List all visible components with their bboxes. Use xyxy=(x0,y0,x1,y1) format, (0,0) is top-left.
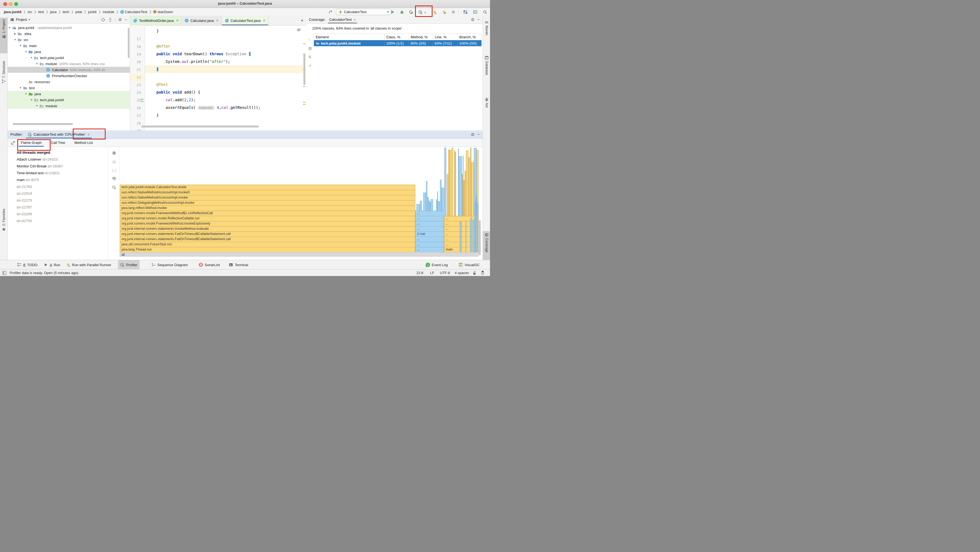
collapse-arrow-icon[interactable]: ▼ xyxy=(35,105,38,107)
flame-spike[interactable] xyxy=(444,148,446,216)
coverage-column-header[interactable]: Element xyxy=(314,34,385,40)
coverage-column-header[interactable]: Method, % xyxy=(409,34,433,40)
tree-item--idea[interactable]: ▶.idea xyxy=(8,31,130,37)
project-structure-button-icon[interactable] xyxy=(463,10,468,14)
breadcrumb-item[interactable]: pdai xyxy=(75,10,83,14)
flame-frame[interactable]: org.junit.runners.model.FrameworkMethod.… xyxy=(120,221,415,226)
flame-frame[interactable]: java.util.concurrent.FutureTask.run xyxy=(120,242,415,247)
highlighting-level-eye-icon[interactable] xyxy=(297,28,301,32)
flame-frame-blue[interactable]: ... xyxy=(415,247,444,253)
flame-spike[interactable] xyxy=(423,192,426,211)
chevron-down-icon[interactable]: ▼ xyxy=(28,18,30,21)
flame-frame-blue[interactable]: ... xyxy=(415,221,444,226)
tree-item-java-junit4[interactable]: ▼java-junit4~/pdai/www/java-junit4 xyxy=(8,25,130,31)
rerun-failed-tests-button-icon[interactable] xyxy=(442,10,447,14)
flame-spike[interactable] xyxy=(471,162,474,216)
breadcrumb-item[interactable]: src xyxy=(27,10,33,14)
indent-widget[interactable]: 4 spaces xyxy=(455,269,469,276)
stripe-tab----favorites[interactable]: 2: Favorites xyxy=(0,207,7,243)
flame-spike[interactable] xyxy=(438,201,440,211)
caret-position-widget[interactable]: 22:6 xyxy=(417,269,423,276)
profiler-session-tab[interactable]: CalculatorTest with 'CPU Profiler' ✕ xyxy=(28,130,90,138)
profiler-tab-flame-graph[interactable]: Flame Graph xyxy=(21,139,41,146)
flame-spike[interactable] xyxy=(466,150,468,216)
breadcrumb-item[interactable]: java xyxy=(49,10,57,14)
stripe-tab-database[interactable]: Database xyxy=(483,54,490,89)
profiler-tab-call-tree[interactable]: Call Tree xyxy=(51,139,65,146)
flame-spike[interactable] xyxy=(417,204,420,211)
collapse-arrow-icon[interactable]: ▼ xyxy=(14,38,16,41)
tree-item-resources[interactable]: resources xyxy=(8,79,130,85)
close-icon[interactable]: ✕ xyxy=(216,19,219,22)
code-line-18[interactable] xyxy=(145,35,303,42)
thread-item[interactable]: Monitor Ctrl-Break id=16387 xyxy=(17,163,63,170)
thread-item[interactable]: Time-limited test id=23811 xyxy=(17,170,60,177)
collapse-arrow-icon[interactable]: ▼ xyxy=(19,86,22,89)
flame-frame[interactable]: org.junit.internal.runners.model.Reflect… xyxy=(120,216,415,221)
tree-item-main[interactable]: ▼main xyxy=(8,43,130,49)
flame-frame-blue[interactable]: ... xyxy=(415,216,444,221)
flame-spike[interactable] xyxy=(476,196,476,252)
toolwindow-button-6--todo[interactable]: 6: TODO xyxy=(15,260,40,269)
toolwindow-quick-access-icon[interactable] xyxy=(2,269,6,276)
flame-spike[interactable] xyxy=(420,201,422,211)
breadcrumb-item[interactable]: test xyxy=(38,10,45,14)
toolwindow-button-sonarlint[interactable]: SonarLint xyxy=(196,260,222,269)
run-configuration-select[interactable]: CalculatorTest▼ xyxy=(336,9,391,15)
flame-frame-blue[interactable]: J::run xyxy=(415,231,444,237)
flame-frame[interactable]: org.junit.internal.runners.statements.Fa… xyxy=(120,231,415,237)
tree-item-java[interactable]: ▼java xyxy=(8,49,130,55)
gear-icon[interactable]: ⚙ xyxy=(471,132,474,137)
gear-icon[interactable]: ⚙ xyxy=(471,17,474,22)
toolwindow-button-profiler[interactable]: Profiler xyxy=(118,260,140,269)
collapse-arrow-icon[interactable]: ▼ xyxy=(25,50,27,53)
search-everywhere-button-icon[interactable] xyxy=(483,10,488,14)
flame-frame-blue[interactable]: ... xyxy=(415,226,444,232)
run-window-button-icon[interactable] xyxy=(473,10,478,14)
stop-button-icon[interactable] xyxy=(451,10,456,14)
flame-spike[interactable] xyxy=(450,150,452,216)
code-line-21[interactable]: System.out.println("after"); xyxy=(145,58,303,65)
tree-item-module[interactable]: ▼module xyxy=(8,103,130,109)
tree-item-tech-pdai-junit4[interactable]: ▼tech.pdai.junit4 xyxy=(8,55,130,61)
navigate-with-coverage-icon[interactable]: ⇅ xyxy=(308,55,311,59)
flame-spike[interactable] xyxy=(475,201,476,252)
generate-report-icon[interactable]: ↗ xyxy=(308,64,311,68)
flame-spike[interactable] xyxy=(477,203,478,252)
thread-item[interactable]: id=22787 xyxy=(17,204,32,211)
editor-tab-testmethodorder-java[interactable]: CTestMethodOrder.java✕ xyxy=(130,16,182,25)
open-in-new-window-icon[interactable] xyxy=(11,141,15,145)
close-icon[interactable]: ✕ xyxy=(262,19,266,22)
flame-spike[interactable] xyxy=(473,220,473,252)
flame-frame-blue[interactable]: ... xyxy=(415,242,444,247)
breadcrumb-item[interactable]: tech xyxy=(62,10,70,14)
editor-horizontal-scrollbar[interactable] xyxy=(141,126,259,127)
flame-frame[interactable]: java.lang.Thread.run xyxy=(120,247,415,253)
back-arrow-icon[interactable] xyxy=(328,10,333,14)
up-level-icon[interactable]: ↑ xyxy=(308,38,310,41)
flame-frame-all[interactable]: all xyxy=(120,252,479,256)
coverage-column-header[interactable]: Class, % xyxy=(385,34,409,40)
line-separator-widget[interactable]: LF xyxy=(430,269,434,276)
close-icon[interactable]: ✕ xyxy=(176,19,179,22)
coverage-column-header[interactable]: Line, % xyxy=(433,34,458,40)
code-line-20[interactable]: public void tearDown() throws Exception … xyxy=(145,50,303,58)
flame-spike[interactable] xyxy=(460,221,461,252)
flame-frame[interactable]: sun.reflect.NativeMethodAccessorImpl.inv… xyxy=(120,195,415,200)
code-line-24[interactable]: @Test xyxy=(145,81,303,88)
stripe-tab----project[interactable]: 1: Project xyxy=(0,18,7,53)
tree-item-test[interactable]: ▼test xyxy=(8,85,130,91)
rerun-button-icon[interactable] xyxy=(432,10,437,14)
tree-item-src[interactable]: ▼src xyxy=(8,37,130,43)
thread-item[interactable]: id=22275 xyxy=(17,197,32,204)
code-line-17[interactable]: } xyxy=(145,27,303,35)
hide-panel-icon[interactable]: ─ xyxy=(477,17,480,22)
encoding-widget[interactable]: UTF-8 xyxy=(440,269,450,276)
editor-tab-calculator-java[interactable]: CCalculator.java✕ xyxy=(182,16,222,25)
thread-item[interactable]: id=22019 xyxy=(17,190,32,197)
toolwindow-button-run-with-parallel-runner[interactable]: Run with Parallel Runner xyxy=(64,260,113,269)
thread-item[interactable]: id=23299 xyxy=(17,211,32,218)
thread-item[interactable]: All threads merged xyxy=(17,149,50,156)
code-line-27[interactable]: assertEquals( expected: 4,cal.getResult(… xyxy=(145,104,303,111)
coverage-table-row[interactable]: tech.pdai.junit4.module100% (1/1)60% (3/… xyxy=(314,40,482,46)
